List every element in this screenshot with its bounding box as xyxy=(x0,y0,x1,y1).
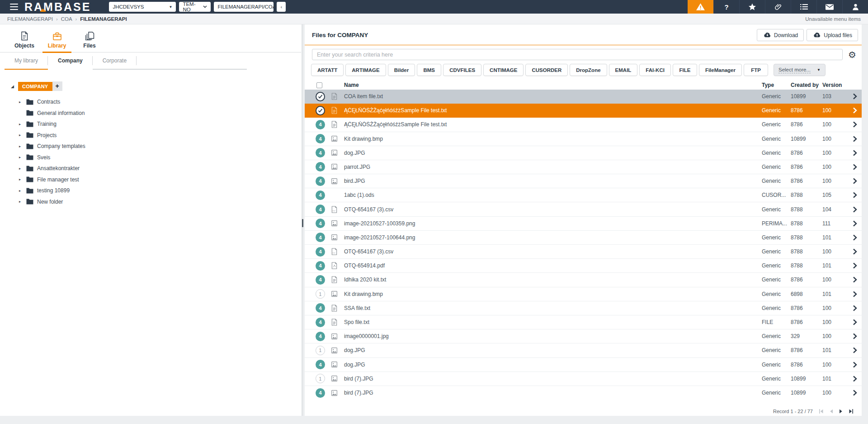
version-count-badge[interactable]: 4 xyxy=(316,191,325,200)
filter-chip-fai-kci[interactable]: FAI-KCI xyxy=(639,64,671,76)
row-chevron-icon[interactable] xyxy=(848,150,862,156)
version-count-badge[interactable]: 4 xyxy=(316,233,325,242)
gear-icon[interactable]: ⚙ xyxy=(846,50,858,59)
row-chevron-icon[interactable] xyxy=(848,362,862,368)
row-chevron-icon[interactable] xyxy=(848,276,862,283)
select-all-checkbox[interactable] xyxy=(316,82,322,88)
filter-chip-filemanager[interactable]: FileManager xyxy=(699,64,742,76)
row-chevron-icon[interactable] xyxy=(848,107,862,114)
hamburger-icon[interactable] xyxy=(10,4,18,10)
row-chevron-icon[interactable] xyxy=(848,136,862,142)
row-chevron-icon[interactable] xyxy=(848,248,862,255)
breadcrumb-item[interactable]: FILEMANAGERAPI xyxy=(7,16,53,22)
table-row[interactable]: 4 1abc (1).ods CUSOR... 8788 105 xyxy=(305,188,862,202)
row-chevron-icon[interactable] xyxy=(848,291,862,297)
row-chevron-icon[interactable] xyxy=(848,192,862,198)
version-count-badge[interactable]: 4 xyxy=(316,318,325,327)
version-count-badge[interactable]: 4 xyxy=(316,332,325,341)
download-button[interactable]: Download xyxy=(757,29,804,41)
expand-arrow-icon[interactable]: ▸ xyxy=(19,133,26,137)
table-row[interactable]: 4 Spo file.txt FILE 8786 100 xyxy=(305,315,862,329)
table-row[interactable]: 4 csv OTQ-654167 (3).csv Generic 8788 10… xyxy=(305,245,862,259)
tab-corporate[interactable]: Corporate xyxy=(93,52,137,70)
system-select[interactable]: JHCDEVSYS ▼ xyxy=(109,2,176,12)
upload-files-button[interactable]: Upload files xyxy=(807,29,858,41)
paperclip-icon[interactable] xyxy=(765,0,791,14)
row-chevron-icon[interactable] xyxy=(848,178,862,184)
version-count-badge[interactable]: 4 xyxy=(316,134,325,143)
expand-arrow-icon[interactable]: ▸ xyxy=(19,189,26,193)
table-row[interactable]: 1 dog.JPG Generic 8786 101 xyxy=(305,343,862,357)
tree-folder-row[interactable]: ▸Ansattekontrakter xyxy=(11,163,301,174)
version-count-badge[interactable]: 4 xyxy=(316,275,325,285)
row-chevron-icon[interactable] xyxy=(848,121,862,128)
table-row[interactable]: 4 Idhika 2020 kit.txt Generic 8786 100 xyxy=(305,273,862,287)
row-chevron-icon[interactable] xyxy=(848,206,862,213)
star-icon[interactable] xyxy=(739,0,765,14)
expand-arrow-icon[interactable]: ▸ xyxy=(19,177,26,181)
table-row[interactable]: 4 Kit drawing.bmp Generic 10899 100 xyxy=(305,132,862,146)
unavailable-menu-items-link[interactable]: Unavailable menu items xyxy=(805,16,861,22)
breadcrumb-item[interactable]: COA xyxy=(61,16,72,22)
filter-chip-email[interactable]: EMAIL xyxy=(609,64,638,76)
table-row[interactable]: 4 image0000001.jpg Generic 329 100 xyxy=(305,329,862,343)
row-chevron-icon[interactable] xyxy=(848,234,862,241)
table-row[interactable]: 4 SSA file.txt Generic 8786 100 xyxy=(305,301,862,315)
filter-chip-dropzone[interactable]: DropZone xyxy=(570,64,607,76)
filter-chip-cdvfiles[interactable]: CDVFILES xyxy=(443,64,481,76)
row-chevron-icon[interactable] xyxy=(848,305,862,311)
menu-list-icon[interactable] xyxy=(791,0,816,14)
tree-folder-row[interactable]: ▸Training xyxy=(11,119,301,130)
filter-chip-ftp[interactable]: FTP xyxy=(744,64,768,76)
version-count-badge[interactable]: 1 xyxy=(316,289,325,299)
version-count-badge[interactable]: 4 xyxy=(316,360,325,369)
version-count-badge[interactable]: 4 xyxy=(316,261,325,271)
search-input[interactable] xyxy=(312,49,843,60)
selected-check-badge[interactable] xyxy=(316,92,325,101)
table-row[interactable]: 4 parrot.JPG Generic 8786 100 xyxy=(305,160,862,174)
panel-tab-objects[interactable]: Objects xyxy=(8,31,41,52)
table-row[interactable]: 4 OTQ-654914.pdf Generic 8788 101 xyxy=(305,259,862,273)
add-folder-button[interactable]: + xyxy=(52,81,62,91)
last-page-icon[interactable] xyxy=(849,409,854,414)
table-row[interactable]: 4 dog.JPG Generic 8786 100 xyxy=(305,358,862,372)
target-input[interactable]: FILEMANAGERAPI/COA xyxy=(214,2,274,12)
tree-folder-row[interactable]: ▸Contracts xyxy=(11,96,301,108)
table-row[interactable]: 4 bird (7).JPG Generic 10899 100 xyxy=(305,386,862,400)
version-count-badge[interactable]: 4 xyxy=(316,120,325,129)
tab-my-library[interactable]: My library xyxy=(5,52,48,70)
row-chevron-icon[interactable] xyxy=(848,164,862,170)
selected-check-badge[interactable] xyxy=(316,106,325,115)
collapse-arrow-icon[interactable]: ◢ xyxy=(11,84,18,89)
version-count-badge[interactable]: 4 xyxy=(316,247,325,257)
expand-arrow-icon[interactable]: ▸ xyxy=(19,100,26,104)
warning-icon[interactable] xyxy=(688,0,713,14)
splitter-handle[interactable] xyxy=(302,219,303,227)
filter-chip-cusorder[interactable]: CUSORDER xyxy=(525,64,568,76)
column-header-version[interactable]: Version xyxy=(822,82,848,88)
expand-arrow-icon[interactable]: ▸ xyxy=(19,200,26,204)
version-count-badge[interactable]: 4 xyxy=(316,205,325,214)
table-row[interactable]: 1 bird (7).JPG Generic 10899 101 xyxy=(305,372,862,386)
expand-arrow-icon[interactable]: ▸ xyxy=(19,155,26,159)
expand-arrow-icon[interactable]: ▸ xyxy=(19,144,26,148)
table-row[interactable]: ĄĆĘŁŃÓŚŹŻąćęłńóśźżSample File test.txt G… xyxy=(305,104,862,118)
rambase-logo[interactable]: RAMBASE xyxy=(24,1,91,13)
company-select[interactable]: TEM-NO xyxy=(179,2,211,12)
filter-chip-bms[interactable]: BMS xyxy=(417,64,441,76)
version-count-badge[interactable]: 4 xyxy=(316,148,325,157)
table-row[interactable]: 4 bird.JPG Generic 8786 100 xyxy=(305,174,862,188)
row-chevron-icon[interactable] xyxy=(848,376,862,382)
filter-chip-artatt[interactable]: ARTATT xyxy=(311,64,344,76)
tree-folder-row[interactable]: ▸New folder xyxy=(11,196,301,208)
row-chevron-icon[interactable] xyxy=(848,390,862,396)
tree-folder-row[interactable]: ▸testing 10899 xyxy=(11,185,301,196)
version-count-badge[interactable]: 1 xyxy=(316,346,325,355)
expand-arrow-icon[interactable]: ▸ xyxy=(19,167,26,171)
tree-root-company[interactable]: COMPANY xyxy=(18,82,52,91)
user-icon[interactable] xyxy=(842,0,868,14)
mail-icon[interactable] xyxy=(816,0,842,14)
table-row[interactable]: 4 image-20210527-100359.png PERIMA... 87… xyxy=(305,217,862,231)
tree-folder-row[interactable]: ▸File manager test xyxy=(11,174,301,186)
table-row[interactable]: 1 Kit drawing.bmp Generic 6898 101 xyxy=(305,287,862,301)
